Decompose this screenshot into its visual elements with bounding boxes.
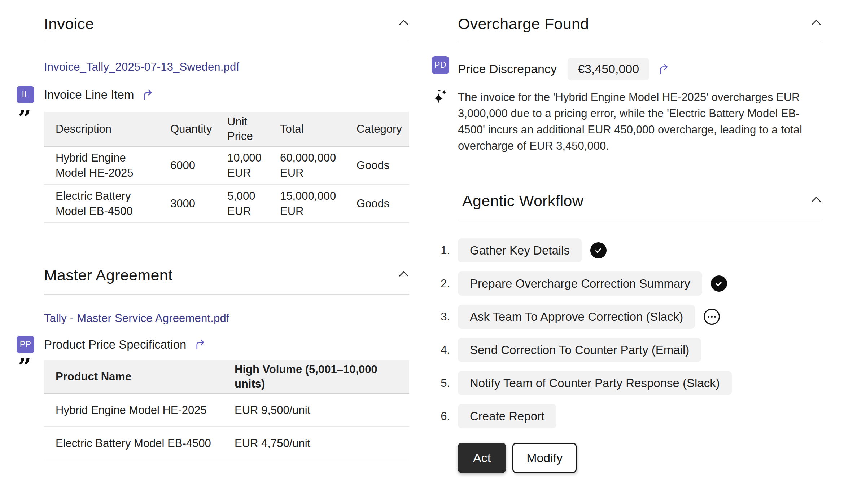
price-discrepancy-row: PD Price Discrepancy €3,450,000 xyxy=(458,58,822,80)
master-agreement-section-title: Master Agreement xyxy=(44,266,172,284)
invoice-section-title: Invoice xyxy=(44,14,94,33)
product-price-table: Product Name High Volume (5,001–10,000 u… xyxy=(44,360,409,460)
table-header-row: Description Quantity Unit Price Total Ca… xyxy=(44,112,409,146)
step-number: 1. xyxy=(433,244,450,257)
right-panel: Overcharge Found PD Price Discrepancy €3… xyxy=(458,14,822,473)
product-price-table-wrap: ” Product Name High Volume (5,001–10,000… xyxy=(44,360,409,460)
overcharge-section-header: Overcharge Found xyxy=(458,14,822,43)
sparkle-ai-icon xyxy=(434,89,448,104)
workflow-steps-list: 1. Gather Key Details 2. Prepare Overcha… xyxy=(458,238,822,428)
cell-description: Electric Battery Model EB-4500 xyxy=(44,185,163,223)
master-agreement-section-header: Master Agreement xyxy=(44,266,409,295)
open-source-arrow-icon[interactable] xyxy=(142,89,154,101)
cell-product-name: Electric Battery Model EB-4500 xyxy=(44,427,227,460)
cell-unit-price: EUR 9,500/unit xyxy=(227,394,409,427)
cell-unit-price: EUR 4,750/unit xyxy=(227,427,409,460)
column-header: Total xyxy=(273,112,349,146)
act-button[interactable]: Act xyxy=(458,443,506,473)
cell-unit-price: 5,000 EUR xyxy=(220,185,273,223)
column-header: Description xyxy=(44,112,163,146)
product-price-spec-row: PP Product Price Specification xyxy=(44,338,409,352)
invoice-file-link[interactable]: Invoice_Tally_2025-07-13_Sweden.pdf xyxy=(44,61,239,74)
table-header-row: Product Name High Volume (5,001–10,000 u… xyxy=(44,360,409,394)
table-row: Hybrid Engine Model HE-2025 EUR 9,500/un… xyxy=(44,394,409,427)
workflow-step: 2. Prepare Overcharge Correction Summary xyxy=(458,271,822,296)
column-header: Quantity xyxy=(163,112,220,146)
cell-product-name: Hybrid Engine Model HE-2025 xyxy=(44,394,227,427)
master-agreement-file-link[interactable]: Tally - Master Service Agreement.pdf xyxy=(44,312,229,325)
chevron-up-icon xyxy=(811,199,822,204)
workflow-step: 4. Send Correction To Counter Party (Ema… xyxy=(458,338,822,362)
invoice-line-item-label: Invoice Line Item xyxy=(44,88,134,102)
invoice-line-item-table: Description Quantity Unit Price Total Ca… xyxy=(44,112,409,223)
workflow-step: 6. Create Report xyxy=(458,404,822,428)
step-number: 2. xyxy=(433,277,450,290)
open-source-arrow-icon[interactable] xyxy=(194,339,206,351)
ai-summary-row: The invoice for the 'Hybrid Engine Model… xyxy=(458,89,822,154)
left-panel: Invoice Invoice_Tally_2025-07-13_Sweden.… xyxy=(44,14,409,460)
overcharge-collapse-button[interactable] xyxy=(811,19,822,26)
step-in-progress-icon xyxy=(704,309,720,325)
cell-category: Goods xyxy=(349,146,409,185)
step-chip: Gather Key Details xyxy=(458,238,582,262)
cell-category: Goods xyxy=(349,185,409,223)
table-row: Electric Battery Model EB-4500 3000 5,00… xyxy=(44,185,409,223)
step-chip: Ask Team To Approve Correction (Slack) xyxy=(458,305,695,329)
cell-unit-price: 10,000 EUR xyxy=(220,146,273,185)
discrepancy-amount-chip: €3,450,000 xyxy=(568,58,649,80)
step-done-icon xyxy=(711,275,727,292)
cell-total: 15,000,000 EUR xyxy=(273,185,349,223)
overcharge-section-title: Overcharge Found xyxy=(458,14,589,33)
cell-quantity: 6000 xyxy=(163,146,220,185)
invoice-line-item-row: IL Invoice Line Item xyxy=(44,88,409,102)
invoice-line-item-badge: IL xyxy=(17,86,34,103)
master-agreement-collapse-button[interactable] xyxy=(398,270,409,277)
step-number: 3. xyxy=(433,310,450,323)
workflow-section-header: Agentic Workflow xyxy=(458,191,822,220)
open-source-arrow-icon[interactable] xyxy=(658,63,670,75)
price-discrepancy-label: Price Discrepancy xyxy=(458,62,557,76)
workflow-actions: Act Modify xyxy=(458,443,822,473)
column-header: Category xyxy=(349,112,409,146)
invoice-line-item-table-wrap: ” Description Quantity Unit Price Total … xyxy=(44,112,409,223)
column-header: High Volume (5,001–10,000 units) xyxy=(227,360,409,394)
workflow-step: 1. Gather Key Details xyxy=(458,238,822,262)
invoice-collapse-button[interactable] xyxy=(398,19,409,26)
chevron-up-icon xyxy=(398,22,409,27)
table-row: Hybrid Engine Model HE-2025 6000 10,000 … xyxy=(44,146,409,185)
step-chip: Create Report xyxy=(458,404,556,428)
step-number: 5. xyxy=(433,377,450,390)
quote-icon: ” xyxy=(18,107,31,130)
step-chip: Notify Team of Counter Party Response (S… xyxy=(458,371,732,395)
price-discrepancy-badge: PD xyxy=(432,56,449,74)
step-number: 4. xyxy=(433,344,450,357)
workflow-step: 5. Notify Team of Counter Party Response… xyxy=(458,371,822,395)
cell-description: Hybrid Engine Model HE-2025 xyxy=(44,146,163,185)
modify-button[interactable]: Modify xyxy=(512,443,577,473)
invoice-section-header: Invoice xyxy=(44,14,409,43)
workflow-section-title: Agentic Workflow xyxy=(458,191,583,210)
cell-quantity: 3000 xyxy=(163,185,220,223)
quote-icon: ” xyxy=(18,355,31,378)
workflow-step: 3. Ask Team To Approve Correction (Slack… xyxy=(458,305,822,329)
product-price-spec-badge: PP xyxy=(17,336,34,353)
workflow-collapse-button[interactable] xyxy=(811,196,822,203)
cell-total: 60,000,000 EUR xyxy=(273,146,349,185)
step-done-icon xyxy=(590,242,607,258)
product-price-spec-label: Product Price Specification xyxy=(44,338,186,352)
overcharge-summary-text: The invoice for the 'Hybrid Engine Model… xyxy=(458,89,810,154)
table-row: Electric Battery Model EB-4500 EUR 4,750… xyxy=(44,427,409,460)
column-header: Unit Price xyxy=(220,112,273,146)
step-chip: Prepare Overcharge Correction Summary xyxy=(458,271,702,296)
chevron-up-icon xyxy=(811,22,822,27)
step-chip: Send Correction To Counter Party (Email) xyxy=(458,338,701,362)
chevron-up-icon xyxy=(398,273,409,278)
column-header: Product Name xyxy=(44,360,227,394)
step-number: 6. xyxy=(433,410,450,423)
